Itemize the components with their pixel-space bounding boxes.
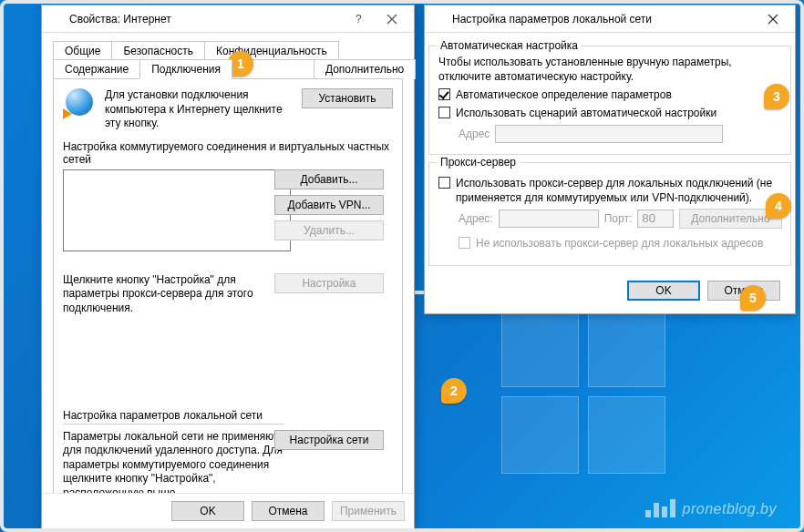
settings-button: Настройка bbox=[274, 273, 384, 293]
add-vpn-button[interactable]: Добавить VPN... bbox=[274, 195, 384, 215]
tab-advanced[interactable]: Дополнительно bbox=[314, 59, 416, 79]
proxy-address-input bbox=[499, 210, 599, 228]
proxy-port-label: Порт: bbox=[604, 212, 633, 225]
install-button[interactable]: Установить bbox=[302, 88, 393, 108]
callout-2: 2 bbox=[441, 378, 467, 404]
tab-strip: Общие Безопасность Конфиденциальность Со… bbox=[53, 40, 403, 507]
tab-security[interactable]: Безопасность bbox=[111, 41, 205, 60]
dialup-label: Настройка коммутируемого соединения и ви… bbox=[63, 140, 393, 166]
tab-general[interactable]: Общие bbox=[53, 41, 112, 60]
titlebar[interactable]: Свойства: Интернет ? bbox=[42, 5, 414, 33]
callout-3: 3 bbox=[764, 84, 789, 109]
use-proxy-label: Использовать прокси-сервер для локальных… bbox=[456, 176, 781, 205]
install-hint: Для установки подключения компьютера к И… bbox=[105, 88, 293, 131]
watermark: pronetblog.by bbox=[645, 499, 777, 517]
win-logo-quad bbox=[588, 396, 665, 474]
globe-icon bbox=[63, 88, 96, 121]
bypass-local-checkbox bbox=[459, 237, 470, 249]
win-logo-quad bbox=[588, 310, 665, 387]
proxy-address-label: Адрес: bbox=[459, 212, 493, 225]
svg-text:?: ? bbox=[356, 14, 362, 25]
callout-4: 4 bbox=[766, 193, 791, 219]
use-script-checkbox[interactable] bbox=[438, 107, 450, 118]
ok-button[interactable]: OK bbox=[171, 501, 244, 521]
use-proxy-checkbox[interactable] bbox=[438, 177, 450, 189]
lan-section-label: Настройка параметров локальной сети bbox=[63, 409, 283, 425]
connections-listbox[interactable] bbox=[63, 169, 291, 251]
add-button[interactable]: Добавить... bbox=[274, 169, 384, 189]
cancel-button[interactable]: Отмена bbox=[252, 501, 325, 521]
ok-button[interactable]: OK bbox=[627, 281, 700, 301]
win-logo-quad bbox=[501, 396, 579, 474]
remove-button: Удалить... bbox=[274, 220, 384, 240]
dialog-title: Свойства: Интернет bbox=[69, 13, 343, 26]
script-address-label: Адрес bbox=[459, 128, 490, 140]
auto-detect-label: Автоматическое определение параметров bbox=[456, 87, 672, 102]
proxy-group: Прокси-сервер Использовать прокси-сервер… bbox=[428, 162, 791, 267]
internet-options-icon bbox=[432, 12, 447, 26]
dialog-buttons: OK Отмена Применить bbox=[42, 493, 414, 528]
group-legend: Прокси-сервер bbox=[437, 156, 520, 169]
script-address-input bbox=[495, 125, 723, 143]
bypass-local-label: Не использовать прокси-сервер для локаль… bbox=[476, 236, 763, 251]
auto-config-group: Автоматическая настройка Чтобы использов… bbox=[428, 46, 791, 155]
proxy-hint: Щелкните кнопку "Настройка" для параметр… bbox=[63, 273, 291, 316]
callout-5: 5 bbox=[740, 285, 766, 311]
use-script-label: Использовать сценарий автоматической нас… bbox=[456, 106, 716, 120]
lan-hint: Параметры локальной сети не применяются … bbox=[63, 430, 291, 501]
tab-content[interactable]: Содержание bbox=[53, 59, 140, 79]
lan-settings-dialog: Настройка параметров локальной сети Авто… bbox=[424, 5, 796, 314]
internet-properties-dialog: Свойства: Интернет ? Общие Безопасность … bbox=[41, 5, 415, 529]
titlebar[interactable]: Настройка параметров локальной сети bbox=[425, 5, 795, 33]
help-button[interactable]: ? bbox=[343, 6, 376, 32]
close-button[interactable] bbox=[757, 6, 789, 32]
auto-hint: Чтобы использовать установленные вручную… bbox=[438, 56, 781, 84]
group-legend: Автоматическая настройка bbox=[437, 39, 582, 52]
internet-options-icon bbox=[49, 12, 64, 26]
apply-button: Применить bbox=[332, 501, 405, 521]
tab-privacy[interactable]: Конфиденциальность bbox=[204, 41, 339, 60]
close-button[interactable] bbox=[376, 6, 408, 32]
auto-detect-checkbox[interactable] bbox=[438, 88, 450, 100]
tab-connections[interactable]: Подключения bbox=[139, 59, 232, 79]
win-logo-quad bbox=[501, 310, 579, 387]
proxy-port-input bbox=[637, 210, 674, 228]
dialog-title: Настройка параметров локальной сети bbox=[452, 13, 757, 26]
connections-panel: Для установки подключения компьютера к И… bbox=[53, 78, 403, 507]
lan-settings-button[interactable]: Настройка сети bbox=[274, 430, 384, 450]
